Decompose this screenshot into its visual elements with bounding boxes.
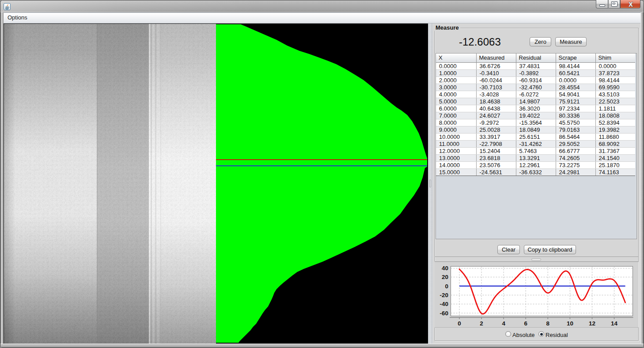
svg-text:12: 12	[589, 320, 595, 327]
svg-text:-20: -20	[439, 292, 448, 298]
svg-text:-60: -60	[439, 310, 448, 317]
svg-text:6: 6	[524, 320, 527, 327]
svg-text:14: 14	[611, 320, 618, 327]
svg-text:40: 40	[442, 265, 448, 272]
svg-text:2: 2	[480, 320, 483, 327]
svg-text:10: 10	[567, 320, 573, 327]
svg-text:4: 4	[502, 320, 505, 327]
svg-text:8: 8	[546, 320, 550, 327]
svg-text:-40: -40	[439, 301, 448, 307]
svg-text:20: 20	[442, 274, 448, 280]
svg-text:0: 0	[445, 283, 448, 290]
svg-text:X: X	[629, 1, 633, 8]
svg-text:0: 0	[458, 320, 461, 327]
